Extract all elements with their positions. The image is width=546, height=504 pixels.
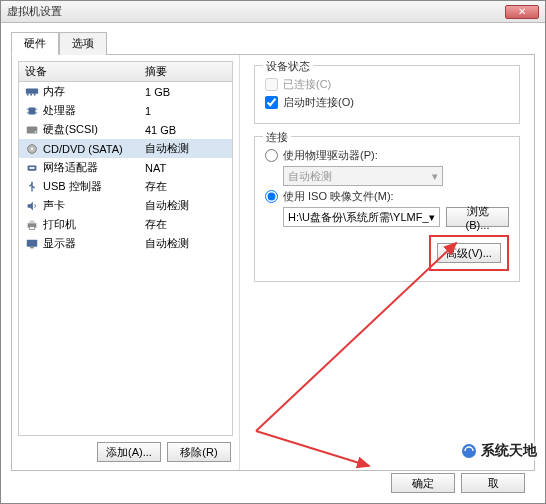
iso-path-row: H:\U盘备份\系统所需\YLMF_ ▾ 浏览(B)... [283, 207, 509, 227]
tab-hardware[interactable]: 硬件 [11, 32, 59, 55]
connection-group: 连接 使用物理驱动器(P): 自动检测 ▾ 使用 ISO 映像文件(M): [254, 136, 520, 282]
device-summary: 41 GB [139, 122, 232, 138]
svg-point-10 [35, 130, 37, 132]
svg-point-23 [462, 444, 476, 458]
device-status-group: 设备状态 已连接(C) 启动时连接(O) [254, 65, 520, 124]
use-iso-row[interactable]: 使用 ISO 映像文件(M): [265, 189, 509, 204]
device-name: 显示器 [43, 236, 76, 251]
device-summary: 存在 [139, 177, 232, 196]
svg-point-12 [31, 147, 33, 149]
connect-at-power-checkbox[interactable] [265, 96, 278, 109]
svg-rect-2 [30, 93, 32, 95]
sound-icon [25, 200, 39, 212]
device-buttons: 添加(A)... 移除(R) [18, 436, 233, 464]
net-icon [25, 162, 39, 174]
use-physical-radio[interactable] [265, 149, 278, 162]
window-title: 虚拟机设置 [7, 4, 505, 19]
iso-path-value: H:\U盘备份\系统所需\YLMF_ [288, 210, 429, 225]
device-summary: 自动检测 [139, 234, 232, 253]
table-row[interactable]: 内存1 GB [19, 82, 232, 101]
cpu-icon [25, 105, 39, 117]
use-physical-label: 使用物理驱动器(P): [283, 148, 378, 163]
chevron-down-icon: ▾ [432, 170, 438, 183]
table-row[interactable]: USB 控制器存在 [19, 177, 232, 196]
status-legend: 设备状态 [263, 59, 313, 74]
svg-rect-4 [29, 107, 36, 114]
svg-rect-17 [29, 220, 34, 223]
physical-drive-row: 自动检测 ▾ [283, 166, 509, 186]
device-summary: NAT [139, 160, 232, 176]
device-summary: 自动检测 [139, 196, 232, 215]
svg-rect-14 [29, 167, 34, 169]
device-summary: 存在 [139, 215, 232, 234]
device-name: 打印机 [43, 217, 76, 232]
cancel-button[interactable]: 取 [461, 473, 525, 493]
connection-legend: 连接 [263, 130, 291, 145]
device-name: 处理器 [43, 103, 76, 118]
dialog-footer: 确定 取 [391, 473, 525, 493]
svg-point-15 [31, 181, 33, 183]
svg-rect-3 [34, 93, 36, 95]
device-summary: 1 GB [139, 84, 232, 100]
browse-button[interactable]: 浏览(B)... [446, 207, 509, 227]
device-name: CD/DVD (SATA) [43, 143, 123, 155]
advanced-button[interactable]: 高级(V)... [437, 243, 501, 263]
cd-icon [25, 143, 39, 155]
connected-label: 已连接(C) [283, 77, 331, 92]
table-row[interactable]: CD/DVD (SATA)自动检测 [19, 139, 232, 158]
use-iso-label: 使用 ISO 映像文件(M): [283, 189, 394, 204]
table-row[interactable]: 显示器自动检测 [19, 234, 232, 253]
watermark: 系统天地 [459, 441, 539, 461]
printer-icon [25, 219, 39, 231]
chevron-down-icon[interactable]: ▾ [429, 211, 435, 224]
advanced-highlight-box: 高级(V)... [429, 235, 509, 271]
device-detail-panel: 设备状态 已连接(C) 启动时连接(O) 连接 使用物理驱动器(P): [240, 55, 534, 470]
svg-rect-0 [26, 88, 38, 93]
tab-strip: 硬件 选项 [11, 31, 535, 55]
device-name: USB 控制器 [43, 179, 102, 194]
table-row[interactable]: 声卡自动检测 [19, 196, 232, 215]
device-table-header: 设备 摘要 [19, 62, 232, 82]
device-table-body: 内存1 GB处理器1硬盘(SCSI)41 GBCD/DVD (SATA)自动检测… [19, 82, 232, 253]
add-button[interactable]: 添加(A)... [97, 442, 161, 462]
device-summary: 自动检测 [139, 139, 232, 158]
table-row[interactable]: 网络适配器NAT [19, 158, 232, 177]
remove-button[interactable]: 移除(R) [167, 442, 231, 462]
iso-path-input[interactable]: H:\U盘备份\系统所需\YLMF_ ▾ [283, 207, 440, 227]
device-name: 声卡 [43, 198, 65, 213]
advanced-row: 高级(V)... [265, 235, 509, 271]
use-physical-row[interactable]: 使用物理驱动器(P): [265, 148, 509, 163]
tab-options[interactable]: 选项 [59, 32, 107, 55]
use-iso-radio[interactable] [265, 190, 278, 203]
table-row[interactable]: 处理器1 [19, 101, 232, 120]
display-icon [25, 238, 39, 250]
device-name: 硬盘(SCSI) [43, 122, 98, 137]
titlebar: 虚拟机设置 ✕ [1, 1, 545, 23]
device-list-panel: 设备 摘要 内存1 GB处理器1硬盘(SCSI)41 GBCD/DVD (SAT… [12, 55, 240, 470]
connected-checkbox [265, 78, 278, 91]
connected-checkbox-row: 已连接(C) [265, 77, 509, 92]
device-name: 内存 [43, 84, 65, 99]
device-name: 网络适配器 [43, 160, 98, 175]
disk-icon [25, 124, 39, 136]
svg-rect-18 [29, 226, 34, 229]
physical-drive-select: 自动检测 ▾ [283, 166, 443, 186]
connect-at-power-label: 启动时连接(O) [283, 95, 354, 110]
connect-at-power-row[interactable]: 启动时连接(O) [265, 95, 509, 110]
col-device: 设备 [19, 62, 139, 81]
close-icon[interactable]: ✕ [505, 5, 539, 19]
col-summary: 摘要 [139, 62, 232, 81]
memory-icon [25, 86, 39, 98]
vm-settings-window: 虚拟机设置 ✕ 硬件 选项 设备 摘要 内存1 GB处理器1硬盘(SCSI)41… [0, 0, 546, 504]
svg-rect-1 [27, 93, 29, 95]
tab-pane: 设备 摘要 内存1 GB处理器1硬盘(SCSI)41 GBCD/DVD (SAT… [11, 55, 535, 471]
physical-drive-value: 自动检测 [288, 169, 332, 184]
table-row[interactable]: 硬盘(SCSI)41 GB [19, 120, 232, 139]
ok-button[interactable]: 确定 [391, 473, 455, 493]
watermark-logo-icon [461, 443, 477, 459]
content-area: 硬件 选项 设备 摘要 内存1 GB处理器1硬盘(SCSI)41 GBCD/DV… [1, 23, 545, 503]
device-summary: 1 [139, 103, 232, 119]
svg-rect-20 [30, 246, 34, 248]
svg-rect-19 [27, 239, 38, 246]
table-row[interactable]: 打印机存在 [19, 215, 232, 234]
